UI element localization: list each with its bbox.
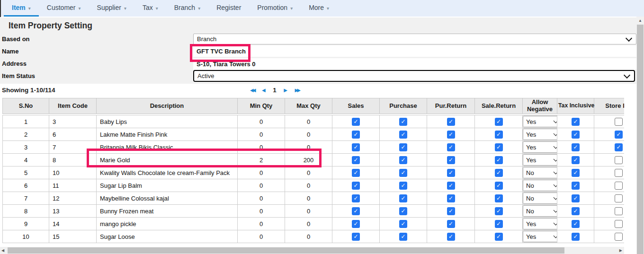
sale-return-checkbox[interactable]: ✓	[495, 182, 503, 190]
horizontal-scrollbar-thumb[interactable]	[8, 247, 564, 254]
sales-checkbox[interactable]: ✓	[352, 131, 360, 139]
tax-inclusive-checkbox[interactable]: ✓	[572, 118, 580, 126]
pur-return-checkbox[interactable]: ✓	[447, 118, 455, 126]
nav-item-branch[interactable]: Branch ▾	[166, 0, 208, 17]
store-pic-checkbox[interactable]	[615, 194, 623, 202]
allow-negative-select[interactable]: Yes	[523, 218, 557, 229]
last-page-icon[interactable]: ▶▶	[295, 88, 299, 93]
allow-negative-select[interactable]: Yes	[523, 141, 557, 153]
cell-pur-return-checkbox: ✓	[427, 128, 475, 141]
tax-inclusive-checkbox[interactable]: ✓	[572, 169, 580, 177]
purchase-checkbox[interactable]: ✓	[399, 118, 407, 126]
sale-return-checkbox[interactable]: ✓	[495, 233, 503, 241]
pur-return-checkbox[interactable]: ✓	[447, 194, 455, 202]
pur-return-checkbox[interactable]: ✓	[447, 156, 455, 164]
pur-return-checkbox[interactable]: ✓	[447, 169, 455, 177]
address-field[interactable]: S-10, Tiara Towers 0	[193, 58, 636, 70]
store-pic-checkbox[interactable]	[615, 118, 623, 126]
sales-checkbox[interactable]: ✓	[352, 156, 360, 164]
nav-item-tax[interactable]: Tax ▾	[134, 0, 166, 17]
sale-return-checkbox[interactable]: ✓	[495, 143, 503, 151]
pur-return-checkbox[interactable]: ✓	[447, 207, 455, 215]
current-page[interactable]: 1	[273, 87, 277, 94]
sales-checkbox[interactable]: ✓	[352, 182, 360, 190]
vertical-scrollbar-thumb[interactable]	[637, 25, 644, 254]
purchase-checkbox[interactable]: ✓	[399, 220, 407, 228]
pur-return-checkbox[interactable]: ✓	[447, 182, 455, 190]
nav-item-item[interactable]: Item ▾	[4, 0, 39, 17]
purchase-checkbox[interactable]: ✓	[399, 233, 407, 241]
sales-checkbox[interactable]: ✓	[352, 220, 360, 228]
store-pic-checkbox[interactable]	[615, 207, 623, 215]
sales-checkbox[interactable]: ✓	[352, 194, 360, 202]
nav-item-register[interactable]: Register	[208, 0, 249, 17]
purchase-checkbox[interactable]: ✓	[399, 143, 407, 151]
tax-inclusive-checkbox[interactable]: ✓	[572, 182, 580, 190]
pur-return-checkbox[interactable]: ✓	[447, 220, 455, 228]
allow-negative-select[interactable]: Yes	[523, 116, 557, 127]
horizontal-scrollbar[interactable]: ◀ ▶	[0, 247, 624, 254]
sales-checkbox[interactable]: ✓	[352, 169, 360, 177]
pur-return-checkbox[interactable]: ✓	[447, 143, 455, 151]
allow-negative-select[interactable]: Yes	[523, 154, 557, 166]
app-window: Item ▾ Customer ▾ Supplier ▾ Tax ▾ Branc…	[0, 0, 644, 254]
store-pic-checkbox[interactable]	[615, 220, 623, 228]
pur-return-checkbox[interactable]: ✓	[447, 131, 455, 139]
store-pic-checkbox[interactable]: ✓	[615, 131, 623, 139]
sale-return-checkbox[interactable]: ✓	[495, 118, 503, 126]
tax-inclusive-checkbox[interactable]: ✓	[572, 156, 580, 164]
nav-item-more[interactable]: More ▾	[301, 0, 337, 17]
store-pic-checkbox[interactable]	[615, 169, 623, 177]
based-on-select[interactable]: Branch	[193, 34, 636, 44]
nav-item-promotion[interactable]: Promotion ▾	[249, 0, 301, 17]
nav-item-customer[interactable]: Customer ▾	[39, 0, 89, 17]
cell-item-code: 3	[49, 115, 97, 128]
vertical-scrollbar[interactable]: ▲	[636, 17, 644, 254]
allow-negative-select[interactable]: No	[523, 167, 557, 178]
scroll-right-icon[interactable]: ▶	[619, 247, 622, 254]
purchase-checkbox[interactable]: ✓	[399, 194, 407, 202]
sale-return-checkbox[interactable]: ✓	[495, 131, 503, 139]
sale-return-checkbox[interactable]: ✓	[495, 194, 503, 202]
allow-negative-select[interactable]: Yes	[523, 129, 557, 140]
tax-inclusive-checkbox[interactable]: ✓	[572, 220, 580, 228]
store-pic-checkbox[interactable]	[615, 156, 623, 164]
col-item-code: Item Code	[49, 98, 97, 114]
store-pic-checkbox[interactable]	[615, 233, 623, 241]
cell-allow-negative: No	[523, 205, 557, 218]
next-page-icon[interactable]: ▶	[284, 88, 287, 93]
scroll-left-icon[interactable]: ◀	[1, 247, 4, 254]
first-page-icon[interactable]: ◀◀	[250, 88, 254, 93]
allow-negative-select[interactable]: Yes	[523, 231, 557, 242]
item-status-select[interactable]: Active	[193, 70, 635, 82]
allow-negative-select[interactable]: No	[523, 193, 557, 204]
store-pic-checkbox[interactable]: ✓	[615, 143, 623, 151]
purchase-checkbox[interactable]: ✓	[399, 207, 407, 215]
tax-inclusive-checkbox[interactable]: ✓	[572, 131, 580, 139]
sales-checkbox[interactable]: ✓	[352, 207, 360, 215]
tax-inclusive-checkbox[interactable]: ✓	[572, 143, 580, 151]
prev-page-icon[interactable]: ◀	[262, 88, 266, 93]
name-field[interactable]: GFT TVC Branch	[193, 45, 636, 57]
allow-negative-select[interactable]: No	[523, 205, 557, 217]
tax-inclusive-checkbox[interactable]: ✓	[572, 207, 580, 215]
chevron-down-icon	[554, 131, 557, 136]
nav-item-supplier[interactable]: Supplier ▾	[89, 0, 134, 17]
sale-return-checkbox[interactable]: ✓	[495, 169, 503, 177]
sale-return-checkbox[interactable]: ✓	[495, 156, 503, 164]
purchase-checkbox[interactable]: ✓	[399, 131, 407, 139]
sales-checkbox[interactable]: ✓	[352, 233, 360, 241]
pur-return-checkbox[interactable]: ✓	[447, 233, 455, 241]
purchase-checkbox[interactable]: ✓	[399, 156, 407, 164]
scroll-up-icon[interactable]: ▲	[636, 17, 644, 24]
tax-inclusive-checkbox[interactable]: ✓	[572, 194, 580, 202]
allow-negative-select[interactable]: No	[523, 180, 557, 191]
purchase-checkbox[interactable]: ✓	[399, 182, 407, 190]
tax-inclusive-checkbox[interactable]: ✓	[572, 233, 580, 241]
sale-return-checkbox[interactable]: ✓	[495, 220, 503, 228]
store-pic-checkbox[interactable]	[615, 182, 623, 190]
sales-checkbox[interactable]: ✓	[352, 118, 360, 126]
purchase-checkbox[interactable]: ✓	[399, 169, 407, 177]
sales-checkbox[interactable]: ✓	[352, 143, 360, 151]
sale-return-checkbox[interactable]: ✓	[495, 207, 503, 215]
